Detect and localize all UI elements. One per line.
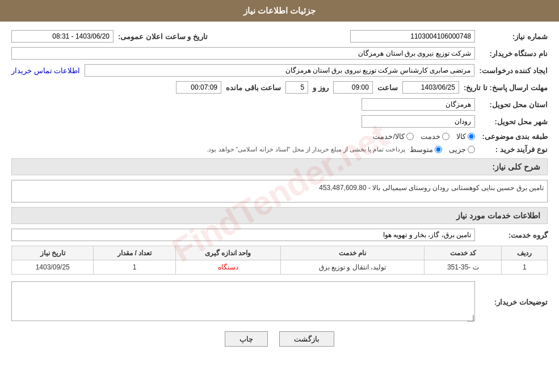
purchase-radio-motovaset[interactable] xyxy=(435,146,442,153)
deadline-remaining-label: ساعت باقی مانده xyxy=(226,83,281,92)
col-header-row: ردیف xyxy=(502,246,548,260)
services-section-title: اطلاعات خدمات مورد نیاز xyxy=(11,207,548,224)
buyer-org-label: نام دستگاه خریدار: xyxy=(480,49,548,58)
category-label-khedmat: خدمت xyxy=(421,132,440,141)
table-row: 1 ت -35-351 تولید، انتقال و توزیع برق دس… xyxy=(12,260,548,275)
category-radio-khedmat[interactable] xyxy=(442,133,449,140)
province-input[interactable] xyxy=(362,98,475,111)
page-title: جزئیات اطلاعات نیاز xyxy=(243,6,316,15)
category-radio-kala[interactable] xyxy=(468,133,475,140)
back-button[interactable]: بازگشت xyxy=(279,331,334,347)
need-number-input[interactable] xyxy=(350,30,475,43)
deadline-days-input[interactable] xyxy=(285,81,308,94)
page-header: جزئیات اطلاعات نیاز xyxy=(0,0,559,22)
purchase-radio-jozi[interactable] xyxy=(468,146,475,153)
deadline-remaining-input[interactable] xyxy=(176,81,221,94)
category-radio-group: کالا خدمت کالا/خدمت xyxy=(373,132,475,141)
purchase-label-jozi: جزیی xyxy=(449,145,466,154)
city-row: شهر محل تحویل: xyxy=(11,115,548,128)
need-desc-value: تامین برق حسین بنایی کوهستانی رودان روست… xyxy=(11,180,548,203)
purchase-type-row: نوع فرآیند خرید : جزیی متوسط پرداخت تمام… xyxy=(11,145,548,154)
deadline-time-input[interactable] xyxy=(333,81,373,94)
need-number-label: شماره نیاز: xyxy=(480,32,548,41)
services-table: ردیف کد خدمت نام خدمت واحد اندازه گیری ت… xyxy=(11,246,548,275)
purchase-note: پرداخت تمام یا بخشی از مبلغ خریدار از مح… xyxy=(207,146,405,153)
cell-date: 1403/09/25 xyxy=(12,260,94,275)
city-input[interactable] xyxy=(362,115,475,128)
service-group-row: گروه خدمت: xyxy=(11,229,548,241)
need-number-row: شماره نیاز: تاریخ و ساعت اعلان عمومی: xyxy=(11,30,548,43)
service-group-input[interactable] xyxy=(11,229,475,241)
deadline-date-input[interactable] xyxy=(402,81,459,94)
category-label: طبقه بندی موضوعی: xyxy=(480,132,548,141)
purchase-radio-group: جزیی متوسط xyxy=(410,145,475,154)
purchase-type-label: نوع فرآیند خرید : xyxy=(480,145,548,154)
main-content: FindTender.net شماره نیاز: تاریخ و ساعت … xyxy=(0,22,559,364)
buyer-desc-wrapper xyxy=(11,281,475,323)
announcement-label: تاریخ و ساعت اعلان عمومی: xyxy=(118,32,208,41)
buyer-desc-textarea[interactable] xyxy=(11,281,475,321)
cell-code: ت -35-351 xyxy=(424,260,502,275)
page-wrapper: جزئیات اطلاعات نیاز FindTender.net شماره… xyxy=(0,0,559,392)
purchase-label-motovaset: متوسط xyxy=(410,145,433,154)
category-option-khedmat[interactable]: خدمت xyxy=(421,132,449,141)
col-header-unit: واحد اندازه گیری xyxy=(175,246,280,260)
cell-unit: دستگاه xyxy=(175,260,280,275)
buyer-org-input[interactable] xyxy=(11,47,475,60)
province-row: استان محل تحویل: xyxy=(11,98,548,111)
province-label: استان محل تحویل: xyxy=(480,100,548,109)
category-option-kala-khedmat[interactable]: کالا/خدمت xyxy=(373,132,414,141)
buyer-desc-label: توضیحات خریدار: xyxy=(480,298,548,306)
announcement-input[interactable] xyxy=(11,30,114,43)
deadline-time-label: ساعت xyxy=(377,83,398,92)
contact-link[interactable]: اطلاعات تماس خریدار xyxy=(11,66,80,75)
category-label-kala-khedmat: کالا/خدمت xyxy=(373,132,405,141)
category-option-kala[interactable]: کالا xyxy=(456,132,475,141)
purchase-option-motovaset[interactable]: متوسط xyxy=(410,145,442,154)
cell-service: تولید، انتقال و توزیع برق xyxy=(280,260,424,275)
requester-label: ایجاد کننده درخواست: xyxy=(479,66,548,75)
service-group-label: گروه خدمت: xyxy=(480,231,548,239)
col-header-service: نام خدمت xyxy=(280,246,424,260)
category-radio-kala-khedmat[interactable] xyxy=(406,133,414,140)
category-row: طبقه بندی موضوعی: کالا خدمت کالا/خدمت xyxy=(11,132,548,141)
buyer-org-row: نام دستگاه خریدار: xyxy=(11,47,548,60)
deadline-row: مهلت ارسال پاسخ: تا تاریخ: ساعت روز و سا… xyxy=(11,81,548,94)
col-header-code: کد خدمت xyxy=(424,246,502,260)
need-desc-section-title: شرح کلی نیاز: xyxy=(11,158,548,175)
requester-input[interactable] xyxy=(85,64,474,77)
button-row: بازگشت چاپ xyxy=(11,331,548,347)
category-label-kala: کالا xyxy=(456,132,466,141)
need-desc-title-text: شرح کلی نیاز: xyxy=(493,162,540,171)
city-label: شهر محل تحویل: xyxy=(480,117,548,126)
requester-row: ایجاد کننده درخواست: اطلاعات تماس خریدار xyxy=(11,64,548,77)
services-title-text: اطلاعات خدمات مورد نیاز xyxy=(456,211,540,220)
deadline-days-label: روز و xyxy=(313,83,329,92)
cell-row-num: 1 xyxy=(502,260,548,275)
purchase-option-jozi[interactable]: جزیی xyxy=(449,145,475,154)
col-header-date: تاریخ نیاز xyxy=(12,246,94,260)
print-button[interactable]: چاپ xyxy=(225,331,268,347)
cell-count: 1 xyxy=(94,260,175,275)
deadline-label: مهلت ارسال پاسخ: تا تاریخ: xyxy=(464,83,548,92)
col-header-count: تعداد / مقدار xyxy=(94,246,175,260)
buyer-desc-row: توضیحات خریدار: xyxy=(11,281,548,323)
need-desc-row: تامین برق حسین بنایی کوهستانی رودان روست… xyxy=(11,180,548,203)
